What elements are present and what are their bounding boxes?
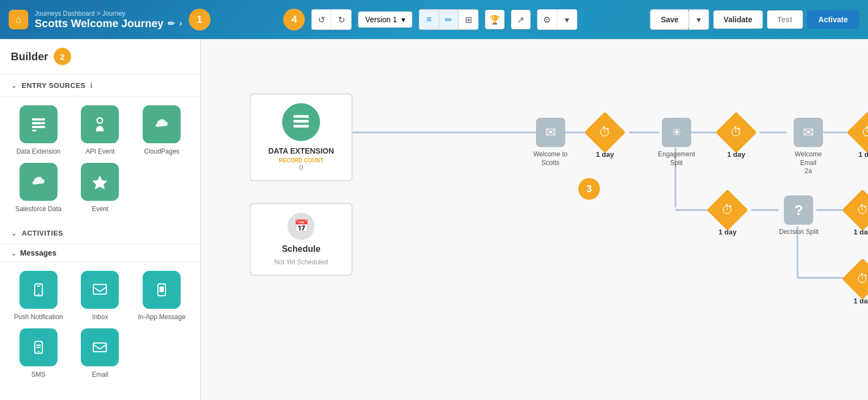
undo-redo-group: ↺ ↻ [311, 9, 352, 30]
svg-rect-9 [93, 284, 106, 294]
push-notification-icon [20, 271, 58, 309]
step4-badge[interactable]: 4 [283, 9, 305, 30]
redo-button[interactable]: ↻ [331, 10, 351, 29]
connector-svg [201, 39, 868, 365]
edit-icon[interactable]: ✏ [168, 18, 175, 29]
msg-in-app[interactable]: In-App Message [134, 271, 189, 322]
export-icon-btn[interactable]: ↗ [511, 10, 531, 29]
welcome-scotts-label: Welcome toScotts [533, 150, 567, 167]
email-icon [81, 328, 119, 366]
undo-button[interactable]: ↺ [312, 10, 331, 29]
entry-sources-label: ENTRY SOURCES [22, 81, 86, 90]
svg-rect-1 [32, 122, 45, 124]
svg-rect-3 [32, 130, 36, 131]
wait-3c-diamond: ⏱ [842, 258, 868, 300]
trophy-icon-btn[interactable]: 🏆 [485, 10, 505, 29]
in-app-icon [143, 271, 181, 309]
wait-3a-node[interactable]: ⏱ 1 day [853, 118, 868, 158]
pen-icon-btn[interactable]: ✏ [439, 10, 458, 29]
salesforce-label: Salesforce Data [15, 205, 61, 214]
activities-header: ⌄ ACTIVITIES [0, 222, 200, 244]
settings-icon-btn[interactable]: ⚙ [538, 10, 557, 29]
push-notification-label: Push Notification [14, 313, 63, 322]
journey-canvas[interactable]: DATA EXTENSION RECORD COUNT 0 📅 Schedule… [201, 39, 868, 400]
filter-icon-btn[interactable]: ≡ [419, 10, 439, 29]
sidebar: Builder 2 ⌄ ENTRY SOURCES ℹ Data Extensi… [0, 39, 201, 400]
sidebar-header: Builder 2 [0, 39, 200, 74]
msg-inbox[interactable]: Inbox [73, 271, 128, 322]
svg-point-8 [37, 294, 39, 295]
cloudpages-icon [143, 105, 181, 143]
topbar: ⌂ Journeys Dashboard > Journey Scotts We… [0, 0, 868, 39]
version-selector[interactable]: Version 1 ▾ [358, 11, 412, 28]
svg-point-4 [97, 118, 103, 123]
validate-button[interactable]: Validate [713, 10, 763, 29]
svg-marker-5 [92, 175, 107, 189]
msg-sms[interactable]: SMS [11, 328, 66, 379]
grid-icon-btn[interactable]: ⊞ [458, 10, 478, 29]
topbar-right: Save ▾ Validate Test Activate [650, 9, 859, 30]
engagement-split-label: EngagementSplit [658, 150, 695, 167]
data-extension-node[interactable]: DATA EXTENSION RECORD COUNT 0 [250, 93, 353, 181]
svg-rect-0 [32, 118, 45, 120]
data-extension-title: DATA EXTENSION [259, 147, 343, 155]
toolbar-icon-group: ≡ ✏ ⊞ [419, 9, 478, 30]
wait-1a-node[interactable]: ⏱ 1 day [590, 118, 620, 158]
messages-label: Messages [20, 249, 56, 257]
entry-item-salesforce[interactable]: Salesforce Data [11, 163, 66, 214]
api-event-icon [81, 105, 119, 143]
welcome-email-2a-icon: ✉ [794, 118, 823, 147]
decision-split-label: Decision Split [779, 228, 819, 237]
wait-2b-node[interactable]: ⏱ 1 day [713, 195, 742, 236]
svg-rect-11 [159, 287, 164, 292]
step3-badge[interactable]: 3 [578, 178, 600, 200]
activities-label: ACTIVITIES [22, 229, 63, 237]
step2-badge[interactable]: 2 [54, 48, 71, 65]
welcome-email-2a-node[interactable]: ✉ Welcome Email2a [787, 118, 830, 176]
event-icon [81, 163, 119, 201]
save-dropdown-btn[interactable]: ▾ [689, 10, 709, 29]
entry-item-api-event[interactable]: API Event [73, 105, 128, 156]
activate-button[interactable]: Activate [807, 10, 859, 29]
msg-push-notification[interactable]: Push Notification [11, 271, 66, 322]
toolbar-center: 4 ↺ ↻ Version 1 ▾ ≡ ✏ ⊞ 🏆 ↗ ⚙ ▾ [217, 9, 643, 30]
settings-chevron-btn[interactable]: ▾ [557, 10, 577, 29]
svg-point-15 [37, 351, 39, 352]
main-layout: Builder 2 ⌄ ENTRY SOURCES ℹ Data Extensi… [0, 39, 868, 400]
entry-sources-grid: Data Extension API Event CloudPages [0, 97, 200, 222]
welcome-scotts-node[interactable]: ✉ Welcome toScotts [533, 118, 567, 167]
activities-toggle[interactable]: ⌄ [11, 228, 17, 237]
cloudpages-label: CloudPages [144, 148, 179, 156]
decision-split-icon: ? [784, 195, 813, 225]
wait-3b-node[interactable]: ⏱ 1 day [848, 195, 868, 236]
engagement-split-node[interactable]: ✳ EngagementSplit [658, 118, 695, 167]
msg-email[interactable]: Email [73, 328, 128, 379]
wait-2a-diamond: ⏱ [716, 112, 757, 153]
decision-split-node[interactable]: ? Decision Split [779, 195, 819, 237]
wait-2a-node[interactable]: ⏱ 1 day [722, 118, 751, 158]
schedule-node[interactable]: 📅 Schedule Not Yet Scheduled [250, 203, 353, 276]
inbox-icon [81, 271, 119, 309]
entry-item-data-extension[interactable]: Data Extension [11, 105, 66, 156]
salesforce-icon [20, 163, 58, 201]
entry-item-cloudpages[interactable]: CloudPages [134, 105, 189, 156]
wait-3c-node[interactable]: ⏱ 1 day [848, 264, 868, 305]
svg-rect-36 [293, 125, 309, 128]
info-icon: ℹ [90, 81, 93, 90]
save-button[interactable]: Save [650, 10, 689, 29]
svg-rect-35 [293, 120, 309, 123]
svg-rect-16 [93, 343, 106, 352]
breadcrumb: Journeys Dashboard > Journey [35, 10, 182, 17]
settings-group: ⚙ ▾ [537, 9, 577, 30]
journey-name: Scotts Welcome Journey ✏ › [35, 17, 182, 30]
wait-1a-diamond: ⏱ [584, 112, 626, 153]
logo-icon[interactable]: ⌂ [9, 10, 28, 29]
test-button[interactable]: Test [767, 10, 803, 29]
entry-sources-toggle[interactable]: ⌄ [11, 81, 17, 90]
messages-toggle[interactable]: ⌄ [11, 249, 17, 257]
step1-badge[interactable]: 1 [189, 9, 210, 30]
data-extension-label: Data Extension [16, 148, 60, 156]
schedule-subtitle: Not Yet Scheduled [275, 258, 328, 266]
messages-header: ⌄ Messages [0, 244, 200, 262]
entry-item-event[interactable]: Event [73, 163, 128, 214]
